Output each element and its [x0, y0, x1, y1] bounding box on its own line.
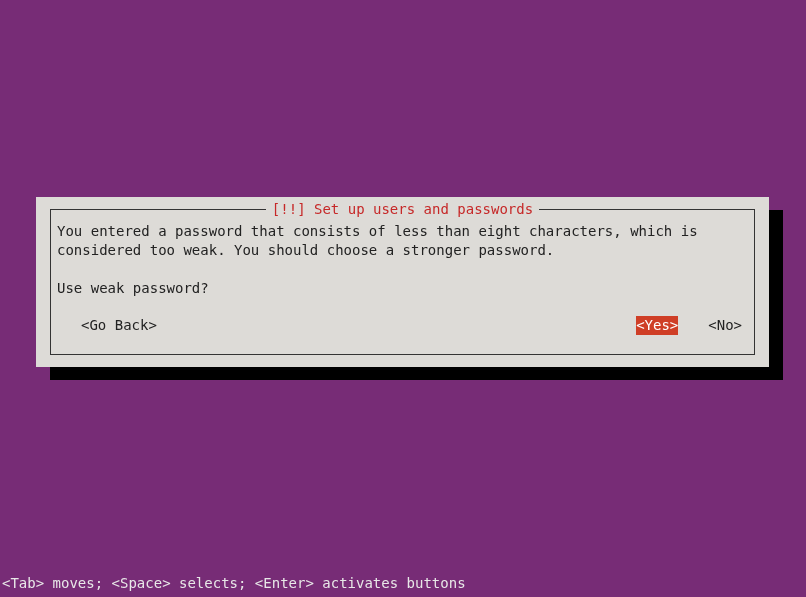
dialog-title: [!!] Set up users and passwords [266, 201, 539, 217]
button-gap [678, 316, 708, 335]
dialog-body: You entered a password that consists of … [51, 210, 754, 335]
dialog-frame: [!!] Set up users and passwords You ente… [50, 209, 755, 355]
dialog-buttons: <Go Back> <Yes> <No> [57, 316, 748, 335]
dialog-message: You entered a password that consists of … [57, 222, 748, 260]
go-back-button[interactable]: <Go Back> [81, 316, 157, 335]
no-button[interactable]: <No> [708, 316, 742, 335]
dialog-window: [!!] Set up users and passwords You ente… [36, 197, 769, 367]
yes-button[interactable]: <Yes> [636, 316, 678, 335]
button-spacer [157, 316, 636, 335]
dialog-question: Use weak password? [57, 279, 748, 298]
dialog-title-wrap: [!!] Set up users and passwords [51, 201, 754, 217]
footer-hint: <Tab> moves; <Space> selects; <Enter> ac… [2, 575, 466, 591]
